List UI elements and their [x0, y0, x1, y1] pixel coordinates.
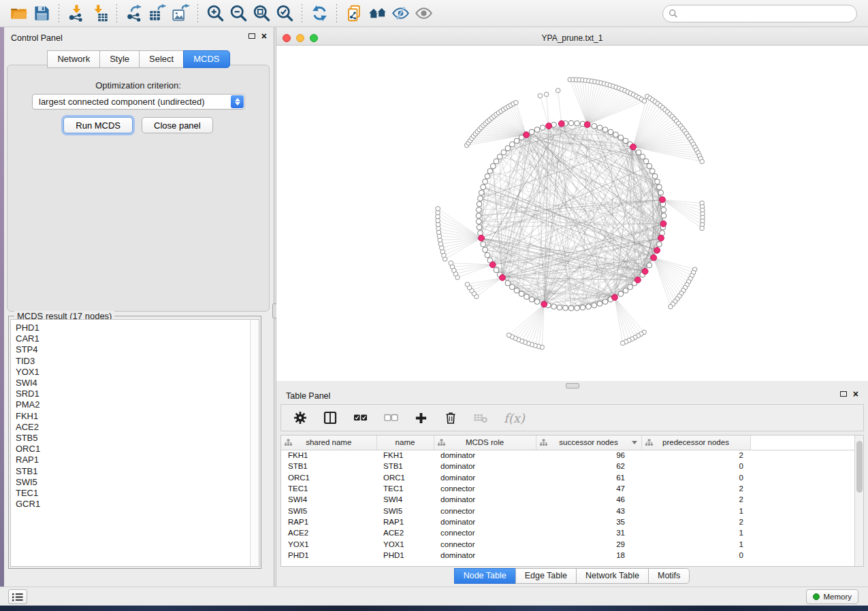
- save-session-icon[interactable]: [30, 3, 53, 24]
- result-node-item[interactable]: ORC1: [16, 444, 259, 455]
- table-panel-tab[interactable]: Motifs: [648, 568, 690, 584]
- settings-gear-icon[interactable]: [293, 411, 307, 425]
- control-panel-tab[interactable]: Select: [139, 50, 184, 68]
- table-row[interactable]: TEC1 TEC1 connector 47 2: [281, 483, 855, 494]
- table-row[interactable]: PHD1 PHD1 dominator 18 0: [281, 550, 855, 561]
- result-node-item[interactable]: ACE2: [16, 422, 259, 433]
- select-all-icon[interactable]: [353, 413, 368, 423]
- search-box[interactable]: [662, 5, 857, 22]
- close-panel-icon[interactable]: ×: [261, 33, 267, 39]
- table-row[interactable]: ORC1 ORC1 dominator 61 0: [281, 472, 855, 483]
- result-node-item[interactable]: YOX1: [16, 367, 259, 378]
- table-scrollbar-thumb[interactable]: [856, 441, 863, 493]
- table-row[interactable]: YOX1 YOX1 connector 29 1: [281, 538, 855, 549]
- table-row[interactable]: SWI4 SWI4 dominator 46 2: [281, 494, 855, 505]
- network-overview-icon[interactable]: [366, 3, 389, 24]
- toolbar-separator: [59, 4, 59, 23]
- open-session-icon[interactable]: [7, 3, 30, 24]
- optimization-criterion-label: Optimization criterion:: [7, 80, 269, 90]
- table-panel-tab[interactable]: Node Table: [454, 568, 516, 584]
- export-table-icon[interactable]: [146, 3, 169, 24]
- column-header-shared-name[interactable]: shared name: [281, 435, 376, 450]
- memory-label: Memory: [823, 593, 852, 601]
- result-node-item[interactable]: FKH1: [16, 411, 259, 422]
- horizontal-splitter-handle[interactable]: [566, 383, 579, 389]
- table-panel-tab[interactable]: Network Table: [576, 568, 649, 584]
- show-visual-style-icon[interactable]: [412, 3, 435, 24]
- result-node-item[interactable]: TEC1: [16, 488, 259, 499]
- close-table-panel-icon[interactable]: ×: [853, 391, 858, 397]
- column-header-name[interactable]: name: [376, 435, 434, 450]
- result-node-item[interactable]: SWI4: [16, 378, 259, 389]
- clone-network-icon[interactable]: [342, 3, 366, 24]
- result-node-item[interactable]: CAR1: [16, 333, 259, 344]
- result-node-item[interactable]: PMA2: [16, 399, 259, 410]
- function-builder-icon[interactable]: f(x): [504, 411, 525, 425]
- column-header-predecessor-nodes[interactable]: predecessor nodes: [641, 435, 750, 450]
- show-columns-icon[interactable]: [323, 411, 337, 425]
- search-input[interactable]: [678, 7, 856, 20]
- toolbar-separator: [116, 4, 117, 23]
- hide-visual-style-icon[interactable]: [389, 3, 412, 24]
- task-list-icon: [12, 593, 23, 601]
- refresh-icon[interactable]: [308, 3, 331, 24]
- attribute-type-icon: [645, 439, 653, 446]
- network-graph-canvas[interactable]: [276, 46, 868, 381]
- result-node-item[interactable]: GCR1: [16, 499, 259, 510]
- table-row[interactable]: SWI5 SWI5 connector 43 1: [281, 505, 855, 516]
- result-node-item[interactable]: SWI5: [16, 477, 259, 488]
- export-network-icon[interactable]: [123, 3, 146, 24]
- add-row-icon[interactable]: [415, 412, 428, 425]
- result-node-item[interactable]: STP4: [16, 344, 259, 355]
- table-row[interactable]: STB1 STB1 dominator 62 0: [281, 461, 855, 472]
- table-row[interactable]: ACE2 ACE2 connector 31 1: [281, 527, 855, 538]
- column-header-filler: [750, 435, 855, 450]
- result-node-item[interactable]: SRD1: [16, 389, 259, 399]
- zoom-selected-icon[interactable]: [273, 3, 296, 24]
- status-bar: Memory: [0, 587, 868, 606]
- result-node-item[interactable]: STB5: [16, 433, 259, 444]
- close-panel-button[interactable]: Close panel: [142, 117, 213, 133]
- zoom-out-icon[interactable]: [227, 3, 250, 24]
- delete-column-icon[interactable]: [474, 412, 487, 423]
- table-scrollbar[interactable]: [854, 435, 863, 566]
- table-row[interactable]: RAP1 RAP1 dominator 35 2: [281, 516, 855, 527]
- delete-rows-icon[interactable]: [444, 411, 457, 425]
- criterion-value: largest connected component (undirected): [39, 97, 205, 107]
- control-panel-tab[interactable]: Network: [47, 50, 100, 68]
- mcds-result-groupbox: MCDS result (17 nodes) PHD1CAR1STP4TID3Y…: [8, 316, 261, 569]
- deselect-all-icon[interactable]: [384, 413, 398, 423]
- result-node-item[interactable]: RAP1: [16, 455, 259, 465]
- export-image-icon[interactable]: [169, 3, 192, 24]
- float-table-panel-icon[interactable]: [840, 391, 847, 397]
- import-network-icon[interactable]: [65, 3, 88, 24]
- column-header-successor-nodes[interactable]: successor nodes: [536, 435, 641, 450]
- table-row[interactable]: FKH1 FKH1 dominator 96 2: [281, 450, 855, 461]
- run-mcds-button[interactable]: Run MCDS: [63, 117, 133, 133]
- table-panel-title: Table Panel: [286, 391, 330, 401]
- control-panel-tab[interactable]: Style: [99, 50, 140, 68]
- control-panel-tabs: NetworkStyleSelectMCDS: [4, 50, 274, 68]
- attribute-type-icon: [540, 439, 547, 446]
- mcds-tab-content: Optimization criterion: largest connecte…: [7, 65, 270, 312]
- memory-button[interactable]: Memory: [806, 589, 858, 604]
- memory-status-icon: [813, 593, 820, 600]
- result-node-item[interactable]: STB1: [16, 466, 259, 477]
- sort-descending-icon: [632, 441, 637, 444]
- table-panel-tab[interactable]: Edge Table: [515, 568, 577, 584]
- result-list-scrollbar[interactable]: [250, 320, 259, 566]
- import-table-icon[interactable]: [88, 3, 111, 24]
- control-panel-tab[interactable]: MCDS: [183, 50, 229, 68]
- network-window-titlebar[interactable]: YPA_prune.txt_1: [276, 31, 868, 46]
- column-header-mcds-role[interactable]: MCDS role: [434, 435, 536, 450]
- table-panel: Table Panel × f(x): [276, 385, 868, 587]
- zoom-in-icon[interactable]: [204, 3, 227, 24]
- result-node-item[interactable]: PHD1: [16, 323, 259, 333]
- float-panel-icon[interactable]: [248, 33, 255, 39]
- zoom-fit-icon[interactable]: [250, 3, 273, 24]
- attribute-type-icon: [438, 439, 445, 446]
- result-node-item[interactable]: TID3: [16, 356, 259, 367]
- table-panel-tabs: Node TableEdge TableNetwork TableMotifs: [276, 568, 868, 584]
- task-history-button[interactable]: [8, 589, 27, 604]
- criterion-dropdown[interactable]: largest connected component (undirected): [32, 94, 245, 110]
